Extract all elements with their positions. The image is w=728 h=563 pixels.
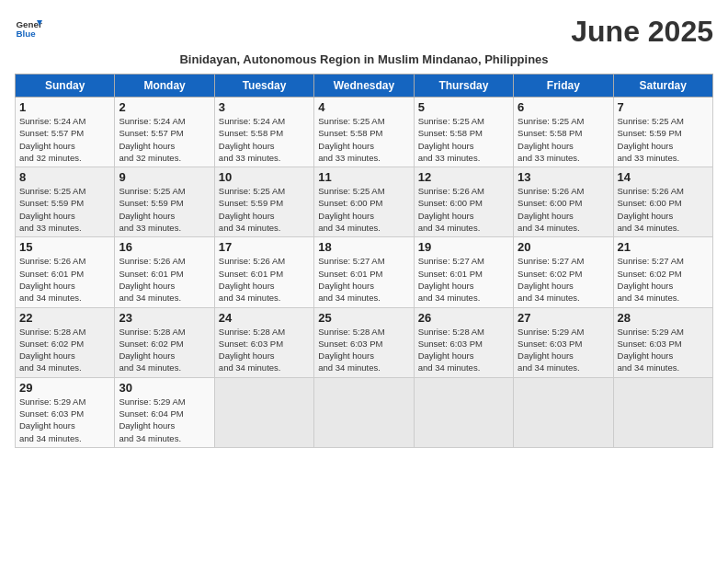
day-number: 30	[119, 381, 210, 395]
col-thursday: Thursday	[414, 75, 513, 98]
table-row: 4 Sunrise: 5:25 AM Sunset: 5:58 PM Dayli…	[314, 98, 414, 167]
day-number: 28	[618, 311, 709, 325]
day-number: 1	[19, 100, 110, 114]
table-row: 6 Sunrise: 5:25 AM Sunset: 5:58 PM Dayli…	[514, 98, 613, 167]
day-number: 25	[318, 311, 409, 325]
calendar-header-row: Sunday Monday Tuesday Wednesday Thursday…	[16, 75, 713, 98]
day-info: Sunrise: 5:27 AM Sunset: 6:02 PM Dayligh…	[518, 255, 609, 304]
day-info: Sunrise: 5:25 AM Sunset: 5:58 PM Dayligh…	[418, 115, 509, 164]
day-info: Sunrise: 5:28 AM Sunset: 6:02 PM Dayligh…	[119, 326, 210, 374]
day-number: 26	[418, 311, 509, 325]
day-number: 9	[119, 170, 210, 184]
table-row: 7 Sunrise: 5:25 AM Sunset: 5:59 PM Dayli…	[613, 98, 712, 167]
col-wednesday: Wednesday	[314, 75, 414, 98]
day-number: 22	[19, 311, 110, 325]
day-number: 3	[219, 100, 310, 114]
day-info: Sunrise: 5:24 AM Sunset: 5:57 PM Dayligh…	[19, 115, 110, 164]
calendar-week-row: 1 Sunrise: 5:24 AM Sunset: 5:57 PM Dayli…	[16, 98, 713, 167]
day-info: Sunrise: 5:29 AM Sunset: 6:04 PM Dayligh…	[119, 396, 210, 444]
table-row: 3 Sunrise: 5:24 AM Sunset: 5:58 PM Dayli…	[214, 98, 313, 167]
day-info: Sunrise: 5:26 AM Sunset: 6:01 PM Dayligh…	[119, 255, 210, 304]
day-number: 29	[19, 381, 110, 395]
day-number: 14	[618, 170, 709, 184]
calendar-table: Sunday Monday Tuesday Wednesday Thursday…	[15, 74, 713, 448]
day-info: Sunrise: 5:29 AM Sunset: 6:03 PM Dayligh…	[19, 396, 110, 444]
day-info: Sunrise: 5:26 AM Sunset: 6:00 PM Dayligh…	[418, 185, 509, 234]
day-number: 18	[318, 240, 409, 254]
day-info: Sunrise: 5:25 AM Sunset: 5:58 PM Dayligh…	[318, 115, 409, 164]
table-row	[314, 377, 414, 447]
day-number: 12	[418, 170, 509, 184]
table-row: 25 Sunrise: 5:28 AM Sunset: 6:03 PM Dayl…	[314, 307, 414, 377]
table-row: 19 Sunrise: 5:27 AM Sunset: 6:01 PM Dayl…	[414, 237, 513, 307]
day-info: Sunrise: 5:25 AM Sunset: 5:58 PM Dayligh…	[518, 115, 609, 164]
day-info: Sunrise: 5:27 AM Sunset: 6:01 PM Dayligh…	[318, 255, 409, 304]
calendar-subtitle: Binidayan, Autonomous Region in Muslim M…	[15, 52, 713, 66]
day-number: 20	[518, 240, 609, 254]
table-row: 20 Sunrise: 5:27 AM Sunset: 6:02 PM Dayl…	[514, 237, 613, 307]
table-row: 5 Sunrise: 5:25 AM Sunset: 5:58 PM Dayli…	[414, 98, 513, 167]
table-row: 23 Sunrise: 5:28 AM Sunset: 6:02 PM Dayl…	[115, 307, 214, 377]
col-tuesday: Tuesday	[214, 75, 313, 98]
day-info: Sunrise: 5:26 AM Sunset: 6:00 PM Dayligh…	[618, 185, 709, 234]
day-number: 24	[219, 311, 310, 325]
month-title: June 2025	[571, 15, 713, 49]
table-row	[613, 377, 712, 447]
day-number: 27	[518, 311, 609, 325]
calendar-week-row: 15 Sunrise: 5:26 AM Sunset: 6:01 PM Dayl…	[16, 237, 713, 307]
col-friday: Friday	[514, 75, 613, 98]
day-info: Sunrise: 5:29 AM Sunset: 6:03 PM Dayligh…	[618, 326, 709, 374]
col-saturday: Saturday	[613, 75, 712, 98]
table-row: 14 Sunrise: 5:26 AM Sunset: 6:00 PM Dayl…	[613, 167, 712, 237]
table-row: 29 Sunrise: 5:29 AM Sunset: 6:03 PM Dayl…	[16, 377, 115, 447]
day-number: 4	[318, 100, 409, 114]
table-row: 15 Sunrise: 5:26 AM Sunset: 6:01 PM Dayl…	[16, 237, 115, 307]
day-number: 7	[618, 100, 709, 114]
day-number: 6	[518, 100, 609, 114]
day-number: 2	[119, 100, 210, 114]
table-row: 30 Sunrise: 5:29 AM Sunset: 6:04 PM Dayl…	[115, 377, 214, 447]
day-info: Sunrise: 5:25 AM Sunset: 6:00 PM Dayligh…	[318, 185, 409, 234]
table-row: 9 Sunrise: 5:25 AM Sunset: 5:59 PM Dayli…	[115, 167, 214, 237]
col-sunday: Sunday	[16, 75, 115, 98]
logo-icon: General Blue	[15, 15, 42, 42]
table-row: 10 Sunrise: 5:25 AM Sunset: 5:59 PM Dayl…	[214, 167, 313, 237]
table-row: 1 Sunrise: 5:24 AM Sunset: 5:57 PM Dayli…	[16, 98, 115, 167]
day-info: Sunrise: 5:24 AM Sunset: 5:58 PM Dayligh…	[219, 115, 310, 164]
table-row: 16 Sunrise: 5:26 AM Sunset: 6:01 PM Dayl…	[115, 237, 214, 307]
day-info: Sunrise: 5:25 AM Sunset: 5:59 PM Dayligh…	[618, 115, 709, 164]
day-info: Sunrise: 5:27 AM Sunset: 6:01 PM Dayligh…	[418, 255, 509, 304]
day-info: Sunrise: 5:25 AM Sunset: 5:59 PM Dayligh…	[119, 185, 210, 234]
table-row: 17 Sunrise: 5:26 AM Sunset: 6:01 PM Dayl…	[214, 237, 313, 307]
table-row: 13 Sunrise: 5:26 AM Sunset: 6:00 PM Dayl…	[514, 167, 613, 237]
calendar-week-row: 22 Sunrise: 5:28 AM Sunset: 6:02 PM Dayl…	[16, 307, 713, 377]
table-row: 26 Sunrise: 5:28 AM Sunset: 6:03 PM Dayl…	[414, 307, 513, 377]
table-row: 24 Sunrise: 5:28 AM Sunset: 6:03 PM Dayl…	[214, 307, 313, 377]
col-monday: Monday	[115, 75, 214, 98]
day-info: Sunrise: 5:29 AM Sunset: 6:03 PM Dayligh…	[518, 326, 609, 374]
table-row: 22 Sunrise: 5:28 AM Sunset: 6:02 PM Dayl…	[16, 307, 115, 377]
logo: General Blue	[15, 15, 42, 42]
table-row	[414, 377, 513, 447]
day-number: 23	[119, 311, 210, 325]
table-row: 21 Sunrise: 5:27 AM Sunset: 6:02 PM Dayl…	[613, 237, 712, 307]
table-row	[214, 377, 313, 447]
day-number: 19	[418, 240, 509, 254]
day-number: 8	[19, 170, 110, 184]
table-row: 2 Sunrise: 5:24 AM Sunset: 5:57 PM Dayli…	[115, 98, 214, 167]
day-info: Sunrise: 5:26 AM Sunset: 6:00 PM Dayligh…	[518, 185, 609, 234]
day-info: Sunrise: 5:25 AM Sunset: 5:59 PM Dayligh…	[19, 185, 110, 234]
day-number: 17	[219, 240, 310, 254]
table-row: 27 Sunrise: 5:29 AM Sunset: 6:03 PM Dayl…	[514, 307, 613, 377]
day-info: Sunrise: 5:26 AM Sunset: 6:01 PM Dayligh…	[219, 255, 310, 304]
table-row	[514, 377, 613, 447]
day-info: Sunrise: 5:28 AM Sunset: 6:03 PM Dayligh…	[318, 326, 409, 374]
day-number: 5	[418, 100, 509, 114]
day-number: 13	[518, 170, 609, 184]
day-number: 16	[119, 240, 210, 254]
calendar-week-row: 8 Sunrise: 5:25 AM Sunset: 5:59 PM Dayli…	[16, 167, 713, 237]
day-number: 21	[618, 240, 709, 254]
calendar-week-row: 29 Sunrise: 5:29 AM Sunset: 6:03 PM Dayl…	[16, 377, 713, 447]
day-info: Sunrise: 5:25 AM Sunset: 5:59 PM Dayligh…	[219, 185, 310, 234]
day-number: 11	[318, 170, 409, 184]
